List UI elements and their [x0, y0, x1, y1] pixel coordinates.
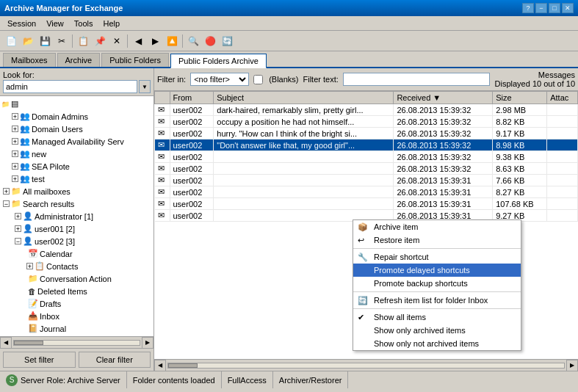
menu-view[interactable]: View — [42, 18, 68, 29]
ctx-archive[interactable]: 📦 Archive item — [353, 220, 521, 233]
tree-toggle[interactable]: − — [3, 200, 10, 207]
close-button[interactable]: ✕ — [562, 3, 574, 13]
list-item[interactable]: + 👥 Domain Users — [0, 123, 153, 135]
list-item[interactable]: 📝 Drafts — [0, 297, 153, 310]
list-item[interactable]: − 📁 Search results — [0, 197, 153, 210]
filter-text-input[interactable] — [343, 73, 490, 86]
list-item[interactable]: + 👥 test — [0, 173, 153, 185]
menu-session[interactable]: Session — [3, 18, 40, 29]
list-item[interactable]: + 📁 All mailboxes — [0, 185, 153, 197]
scroll-track[interactable] — [13, 340, 140, 346]
filter-in-select[interactable]: <no filter> — [190, 73, 249, 86]
ctx-refresh[interactable]: 🔄 Refresh item list for folder Inbox — [353, 294, 521, 307]
ctx-show-not-archived[interactable]: Show only not archived items — [353, 337, 521, 350]
hscroll-right[interactable]: ▶ — [566, 360, 578, 371]
clear-filter-button[interactable]: Clear filter — [79, 352, 151, 368]
toolbar-up[interactable]: 🔼 — [164, 33, 180, 49]
list-item[interactable]: + 📋 Contacts — [0, 260, 153, 272]
ctx-promote-delayed[interactable]: Promote delayed shortcuts — [353, 264, 521, 277]
list-item[interactable]: + 👤 Administrator [1] — [0, 210, 153, 222]
menu-help[interactable]: Help — [98, 18, 124, 29]
scroll-left[interactable]: ◀ — [0, 337, 12, 349]
col-size[interactable]: Size — [493, 92, 547, 104]
toolbar-cut[interactable]: ✂ — [54, 33, 70, 49]
col-icon[interactable] — [155, 92, 170, 104]
table-row[interactable]: ✉ user002 occupy a position he had not h… — [155, 116, 578, 128]
toolbar-search[interactable]: 🔍 — [185, 33, 201, 49]
table-row[interactable]: ✉ user002 26.08.2013 15:39:31 8.27 KB — [155, 186, 578, 198]
toolbar-delete[interactable]: ✕ — [109, 33, 125, 49]
list-item[interactable]: 📥 Inbox — [0, 310, 153, 322]
tree-toggle[interactable]: + — [12, 138, 18, 145]
table-hscroll[interactable]: ◀ ▶ — [154, 359, 578, 371]
ctx-show-archived[interactable]: Show only archived items — [353, 324, 521, 337]
menu-tools[interactable]: Tools — [70, 18, 98, 29]
tree-toggle[interactable]: + — [26, 263, 33, 269]
tab-archive[interactable]: Archive — [57, 53, 101, 67]
ctx-restore[interactable]: ↩ Restore item — [353, 233, 521, 247]
maximize-button[interactable]: □ — [549, 3, 560, 13]
tree-toggle[interactable]: + — [12, 113, 18, 120]
col-received[interactable]: Received ▼ — [394, 92, 493, 104]
toolbar-save[interactable]: 💾 — [37, 33, 53, 49]
tree-toggle[interactable]: − — [15, 238, 21, 244]
list-item[interactable]: + 👤 user001 [2] — [0, 222, 153, 235]
row-from: user002 — [170, 116, 214, 128]
col-subject[interactable]: Subject — [214, 92, 394, 104]
window-controls[interactable]: ? − □ ✕ — [522, 3, 574, 13]
ctx-promote-backup[interactable]: Promote backup shortcuts — [353, 277, 521, 290]
ctx-repair[interactable]: 🔧 Repair shortcut — [353, 250, 521, 264]
look-for-dropdown[interactable]: ▼ — [139, 80, 151, 93]
toolbar-forward[interactable]: ▶ — [147, 33, 163, 49]
hscroll-track[interactable] — [167, 363, 565, 369]
tree-toggle[interactable]: + — [12, 175, 18, 182]
tree-toggle[interactable]: + — [12, 126, 18, 132]
tab-public-folders-archive[interactable]: Public Folders Archive — [170, 54, 267, 68]
scroll-thumb[interactable] — [14, 341, 43, 345]
set-filter-button[interactable]: Set filter — [3, 352, 76, 368]
list-item[interactable]: + 👥 Domain Admins — [0, 110, 153, 123]
hscroll-left[interactable]: ◀ — [154, 360, 166, 371]
toolbar-paste[interactable]: 📌 — [92, 33, 108, 49]
toolbar-back[interactable]: ◀ — [130, 33, 146, 49]
hscroll-thumb[interactable] — [168, 363, 198, 368]
list-item[interactable]: 🗑 Deleted Items — [0, 285, 153, 297]
toolbar-stop[interactable]: 🔴 — [202, 33, 218, 49]
help-button[interactable]: ? — [522, 3, 534, 13]
col-attach[interactable]: Attac — [547, 92, 578, 104]
blanks-checkbox[interactable] — [253, 75, 263, 84]
table-row[interactable]: ✉ user002 hurry. "How can I think of the… — [155, 128, 578, 139]
list-item[interactable]: + 👥 new — [0, 148, 153, 160]
list-item[interactable]: 📔 Journal — [0, 322, 153, 335]
tree-toggle[interactable]: + — [3, 188, 10, 195]
tree-toggle[interactable]: + — [15, 225, 21, 232]
tab-public-folders[interactable]: Public Folders — [101, 53, 169, 67]
tree-toggle[interactable]: + — [12, 163, 18, 170]
tree-toggle[interactable]: + — [15, 213, 21, 219]
tree-hscroll[interactable]: ◀ ▶ — [0, 336, 153, 348]
toolbar-open[interactable]: 📂 — [20, 33, 36, 49]
look-for-input[interactable] — [3, 80, 137, 93]
list-item[interactable]: 📅 Calendar — [0, 247, 153, 260]
toolbar-new[interactable]: 📄 — [3, 33, 19, 49]
tree-item-label: test — [32, 175, 45, 184]
tree-root[interactable]: 📁 ▤ — [0, 98, 153, 110]
col-from[interactable]: From — [170, 92, 214, 104]
list-item[interactable]: + 👥 SEA Pilote — [0, 160, 153, 173]
table-row[interactable]: ✉ user002 "Don't answer like that, my go… — [155, 139, 578, 151]
ctx-show-all[interactable]: ✔ Show all items — [353, 311, 521, 324]
tree-toggle[interactable]: + — [12, 150, 18, 157]
list-item[interactable]: + 👥 Managed Availability Serv — [0, 135, 153, 148]
table-row[interactable]: ✉ user002 26.08.2013 15:39:32 9.38 KB — [155, 151, 578, 163]
toolbar-refresh[interactable]: 🔄 — [219, 33, 235, 49]
scroll-right[interactable]: ▶ — [142, 337, 153, 349]
tab-mailboxes[interactable]: Mailboxes — [3, 53, 56, 67]
list-item[interactable]: − 👤 user002 [3] — [0, 235, 153, 247]
minimize-button[interactable]: − — [535, 3, 547, 13]
table-row[interactable]: ✉ user002 26.08.2013 15:39:31 107.68 KB — [155, 198, 578, 210]
toolbar-copy[interactable]: 📋 — [75, 33, 91, 49]
table-row[interactable]: ✉ user002 26.08.2013 15:39:32 8.63 KB — [155, 163, 578, 175]
table-row[interactable]: ✉ user002 26.08.2013 15:39:31 7.66 KB — [155, 175, 578, 186]
list-item[interactable]: 📁 Conversation Action — [0, 272, 153, 285]
table-row[interactable]: ✉ user002 dark-haired, remarkably slim, … — [155, 104, 578, 116]
